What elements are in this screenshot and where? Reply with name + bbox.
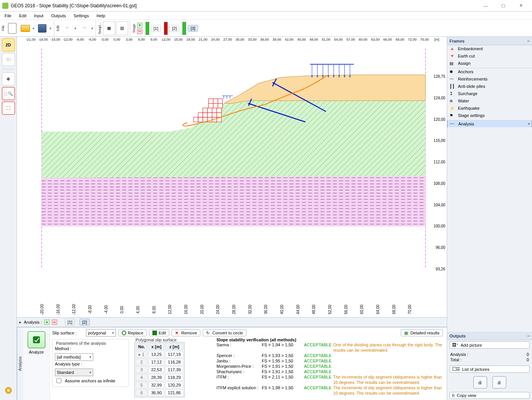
- add-stage-button[interactable]: +: [137, 23, 142, 28]
- verification-row: Morgenstern-Price :FS = 1,91 > 1,50 ACCE…: [216, 364, 445, 369]
- frame-item-earthquake[interactable]: ⚡Earthquake: [447, 105, 532, 112]
- svg-rect-22: [203, 113, 207, 117]
- analysis-type-select[interactable]: Standard: [55, 369, 93, 376]
- frame-item-analysis[interactable]: 〰Analysis: [447, 120, 532, 128]
- add-analysis-button[interactable]: +: [44, 319, 50, 325]
- table-row[interactable]: 322,53117,39: [135, 366, 183, 373]
- stage-3[interactable]: [3]: [182, 22, 200, 35]
- frames-collapse-button[interactable]: −: [527, 39, 530, 43]
- svg-point-1: [7, 389, 10, 392]
- frames-list: 🔺Embankment🔻Earth cut▤Assign✱Anchors〰Rei…: [447, 45, 532, 128]
- frame-item-label: Embankment: [458, 46, 483, 51]
- table-row[interactable]: 428,39118,29: [135, 374, 183, 381]
- convert-icon: ↻: [206, 331, 211, 335]
- undo-dropdown[interactable]: ▾: [73, 26, 77, 30]
- slope-viewport[interactable]: -21,00-18,00-15,00-12,00-9,00-6,00-3,000…: [17, 37, 447, 317]
- analysis-tab-1[interactable]: [1]: [65, 319, 75, 326]
- template-button-1[interactable]: ▦: [103, 21, 115, 35]
- table-row[interactable]: 636,90121,86: [135, 389, 183, 396]
- frame-item-label: Reinforcements: [458, 77, 487, 81]
- frame-item-reinforcements[interactable]: 〰Reinforcements: [447, 76, 532, 83]
- redo-button[interactable]: ↷: [78, 21, 90, 35]
- svg-rect-25: [217, 113, 221, 117]
- convert-button[interactable]: ↻Convert to circle: [203, 329, 246, 336]
- save-file-button[interactable]: [36, 21, 48, 35]
- svg-marker-9: [42, 100, 426, 178]
- zoom-button[interactable]: ◌🔍: [2, 87, 15, 100]
- copy-icon: ⎘: [452, 393, 455, 398]
- frame-item-earth-cut[interactable]: 🔻Earth cut: [447, 53, 532, 60]
- replace-icon: [122, 331, 126, 335]
- frame-item-embankment[interactable]: 🔺Embankment: [447, 45, 532, 53]
- list-icon: 🞎☰: [452, 367, 460, 372]
- remove-stage-button[interactable]: −: [137, 29, 142, 34]
- title-bar: GEO5 2016 - Slope Stability [C:\Slope-St…: [0, 0, 532, 12]
- frame-item-stage-settings[interactable]: ⚑Stage settings: [447, 112, 532, 119]
- frame-icon: 🔺: [449, 46, 456, 51]
- slip-surface-select[interactable]: polygonal: [86, 329, 116, 337]
- table-row[interactable]: ▸ 113,25117,19: [135, 351, 183, 358]
- view-2d-button[interactable]: 2D: [2, 38, 15, 51]
- open-file-button[interactable]: [19, 21, 31, 35]
- menu-edit[interactable]: Edit: [15, 12, 30, 19]
- save-dropdown[interactable]: ▾: [48, 26, 52, 30]
- analyze-button[interactable]: [28, 331, 45, 348]
- print-button-2[interactable]: 🖨: [492, 376, 506, 388]
- maximize-button[interactable]: ▢: [494, 0, 512, 12]
- remove-x-icon: ✕: [175, 331, 180, 335]
- minimize-button[interactable]: —: [477, 0, 494, 12]
- redo-dropdown[interactable]: ▾: [90, 26, 94, 30]
- menu-input[interactable]: Input: [30, 12, 47, 19]
- copy-view-button[interactable]: ⎘Copy view: [449, 392, 530, 399]
- verification-row: Spencer :FS = 1,93 > 1,50 ACCEPTABLE: [216, 353, 445, 358]
- list-pictures-button[interactable]: 🞎☰List of pictures: [449, 365, 530, 373]
- slope-drawing: [17, 37, 447, 277]
- frame-item-anti-slide-piles[interactable]: ┃┃Anti-slide piles: [447, 83, 532, 90]
- analysis-tab-2[interactable]: [2]: [79, 319, 89, 326]
- svg-rect-27: [198, 117, 203, 122]
- verification-title: Slope stability verification (all method…: [216, 337, 445, 342]
- remove-analysis-button[interactable]: −: [52, 319, 57, 325]
- menu-help[interactable]: Help: [93, 12, 109, 19]
- pan-button[interactable]: ✥: [2, 72, 15, 86]
- frame-icon: 🔻: [449, 54, 456, 58]
- add-picture-button[interactable]: 🖼⁺Add picture: [449, 341, 530, 349]
- frame-icon: ▤: [449, 61, 456, 66]
- anchors-checkbox[interactable]: [56, 378, 61, 383]
- open-dropdown[interactable]: ▾: [31, 26, 35, 30]
- replace-button[interactable]: Replace: [118, 329, 147, 336]
- undo-button[interactable]: ↶: [61, 21, 73, 35]
- fit-button[interactable]: ⛶: [2, 102, 15, 115]
- method-select[interactable]: [all methods]: [55, 353, 93, 361]
- verification-row: Sarma :FS = 1,94 > 1,50 ACCEPTABLEOne of…: [216, 342, 445, 353]
- frame-item-anchors[interactable]: ✱Anchors: [447, 68, 532, 76]
- outputs-collapse-button[interactable]: −: [527, 334, 530, 338]
- view-3d-button[interactable]: 3D: [2, 53, 15, 66]
- outputs-header: Outputs−: [447, 332, 532, 340]
- menu-outputs[interactable]: Outputs: [47, 12, 70, 19]
- stage-1[interactable]: [1]: [145, 22, 163, 35]
- settings-gear-button[interactable]: [2, 384, 15, 397]
- edit-button[interactable]: Edit: [149, 329, 169, 336]
- frame-item-assign[interactable]: ▤Assign: [447, 60, 532, 67]
- close-button[interactable]: ✕: [512, 0, 530, 12]
- menu-file[interactable]: File: [1, 12, 15, 19]
- new-file-button[interactable]: [6, 21, 18, 35]
- analyze-icon: [31, 334, 42, 346]
- frame-icon: 〰: [449, 77, 456, 81]
- table-row[interactable]: 217,12116,28: [135, 359, 183, 365]
- print-button-1[interactable]: 🖨: [473, 376, 487, 388]
- frame-item-label: Earth cut: [458, 54, 475, 58]
- detailed-results-button[interactable]: ▦Detailed results: [401, 329, 443, 336]
- remove-button[interactable]: ✕Remove: [172, 329, 200, 336]
- frame-item-water[interactable]: ≋Water: [447, 97, 532, 105]
- frame-item-surcharge[interactable]: ↧Surcharge: [447, 90, 532, 97]
- stage-indicator-icon: [164, 22, 168, 35]
- menu-settings[interactable]: Settings: [70, 12, 93, 19]
- slip-surface-table[interactable]: No.x [m]z [m] ▸ 113,25117,19217,12116,28…: [134, 342, 185, 397]
- template-button-2[interactable]: ▧: [116, 21, 128, 35]
- table-row[interactable]: 532,99120,29: [135, 382, 183, 388]
- toolbar-group-edit: Edit: [56, 25, 60, 32]
- stage-2[interactable]: [2]: [164, 22, 182, 35]
- printer-icon: 🖨: [478, 380, 482, 385]
